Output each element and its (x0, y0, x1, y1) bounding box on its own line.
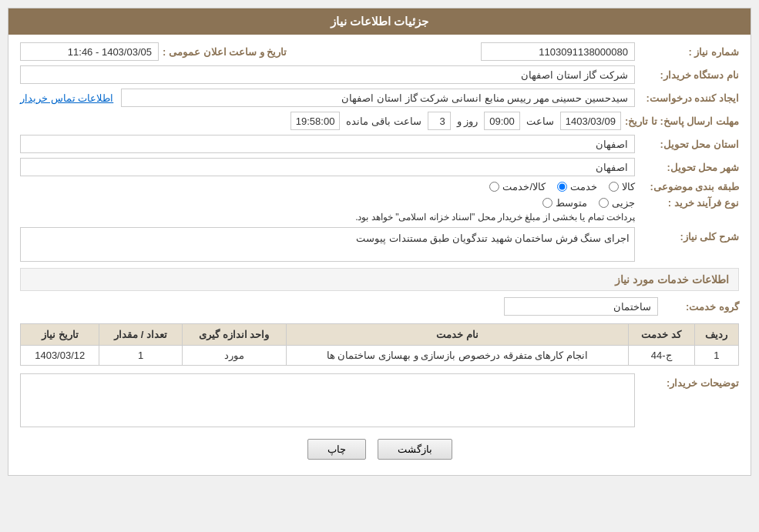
requester-label: ایجاد کننده درخواست: (639, 92, 739, 104)
col-row: ردیف (694, 324, 738, 346)
day-value: 3 (428, 112, 451, 130)
buyer-notes-row: توضیحات خریدار: (20, 373, 739, 427)
col-name: نام خدمت (286, 324, 628, 346)
public-announcement-value: 1403/03/05 - 11:46 (20, 42, 159, 61)
deadline-label: مهلت ارسال پاسخ: تا تاریخ: (625, 115, 739, 127)
print-button[interactable]: چاپ (307, 439, 366, 460)
process-option-medium[interactable]: متوسط (542, 197, 587, 209)
need-number-value: 1103091138000080 (481, 42, 635, 61)
category-radio-group: کالا خدمت کالا/خدمت (489, 181, 635, 192)
page-header: جزئیات اطلاعات نیاز (8, 8, 751, 35)
col-quantity: تعداد / مقدار (99, 324, 182, 346)
requester-value: سیدحسین حسینی مهر رییس منابع انسانی شرکت… (121, 89, 635, 107)
back-button[interactable]: بازگشت (378, 439, 452, 460)
col-code: کد خدمت (628, 324, 694, 346)
category-option-goods[interactable]: کالا (609, 181, 635, 192)
buyer-notes-label: توضیحات خریدار: (639, 373, 739, 389)
date-value: 1403/03/09 (560, 112, 621, 130)
page-title: جزئیات اطلاعات نیاز (331, 15, 428, 28)
group-label: گروه خدمت: (662, 301, 739, 313)
description-label: شرح کلی نیاز: (639, 227, 739, 243)
category-option-service[interactable]: خدمت (557, 181, 597, 192)
province-label: استان محل تحویل: (639, 139, 739, 150)
city-value: اصفهان (20, 158, 635, 176)
services-table: ردیف کد خدمت نام خدمت واحد اندازه گیری ت… (20, 323, 739, 366)
group-value: ساختمان (504, 297, 658, 316)
category-label: طبقه بندی موضوعی: (639, 181, 739, 192)
col-unit: واحد اندازه گیری (182, 324, 286, 346)
services-section-header: اطلاعات خدمات مورد نیاز (20, 268, 739, 291)
day-label: روز و (457, 115, 479, 127)
time-value: 09:00 (484, 112, 520, 130)
process-label: نوع فرآیند خرید : (639, 197, 739, 209)
description-value: اجرای سنگ فرش ساختمان شهید تندگویان طبق … (20, 227, 635, 262)
time-label: ساعت (526, 115, 554, 127)
action-buttons: بازگشت چاپ (20, 439, 739, 460)
need-number-label: شماره نیاز : (639, 46, 739, 58)
remaining-value: 19:58:00 (291, 112, 341, 130)
buyer-label: نام دستگاه خریدار: (639, 69, 739, 81)
process-option-partial[interactable]: جزیی (599, 197, 635, 209)
buyer-value: شرکت گاز استان اصفهان (20, 65, 635, 84)
public-announcement-label: تاریخ و ساعت اعلان عمومی : (163, 46, 287, 58)
services-table-container: ردیف کد خدمت نام خدمت واحد اندازه گیری ت… (20, 323, 739, 366)
remaining-label: ساعت باقی مانده (346, 115, 421, 127)
table-row: 1ج-44انجام کارهای متفرقه درخصوص بازسازی … (21, 346, 739, 366)
category-option-both[interactable]: کالا/خدمت (489, 181, 546, 192)
province-value: اصفهان (20, 135, 635, 153)
process-note: پرداخت تمام یا بخشی از مبلغ خریدار محل "… (355, 212, 635, 223)
contact-link[interactable]: اطلاعات تماس خریدار (20, 92, 113, 104)
city-label: شهر محل تحویل: (639, 162, 739, 173)
buyer-notes-box (20, 373, 635, 427)
process-radio-group: جزیی متوسط (355, 197, 635, 209)
col-date: تاریخ نیاز (21, 324, 99, 346)
